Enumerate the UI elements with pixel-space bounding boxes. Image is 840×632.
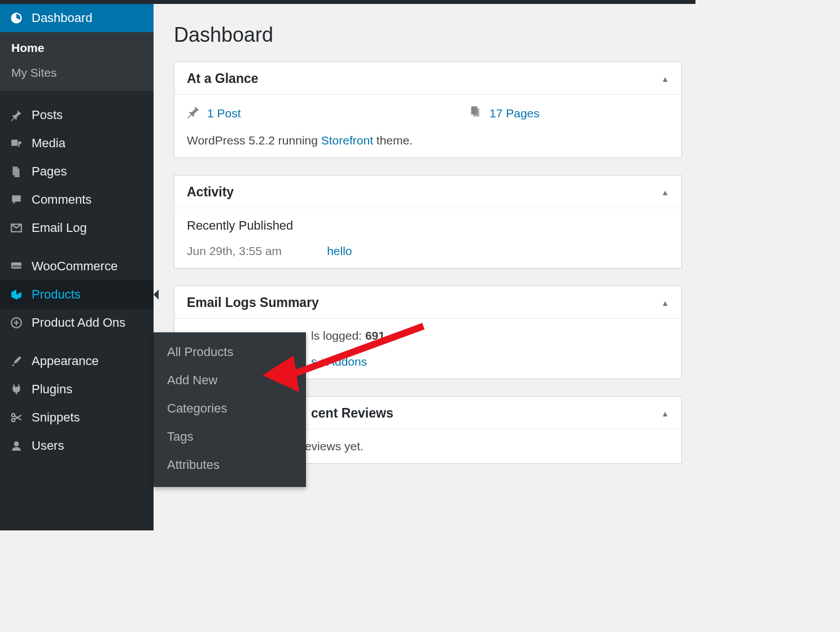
flyout-all-products[interactable]: All Products <box>154 338 306 366</box>
brush-icon <box>9 354 24 368</box>
sidebar-item-comments[interactable]: Comments <box>0 186 154 214</box>
sidebar-item-productaddons[interactable]: Product Add Ons <box>0 309 154 337</box>
sidebar-sub-mysites[interactable]: My Sites <box>0 60 154 85</box>
sidebar-item-plugins[interactable]: Plugins <box>0 375 154 403</box>
comments-icon <box>9 192 24 207</box>
glance-posts: 1 Post <box>187 105 435 121</box>
svg-point-5 <box>14 441 19 446</box>
sidebar-item-pages[interactable]: Pages <box>0 157 154 186</box>
plus-circle-icon <box>9 315 24 330</box>
panel-at-a-glance: At a Glance ▲ 1 Post 17 Pages <box>174 62 682 158</box>
sidebar-label: Appearance <box>32 354 99 368</box>
pin-icon <box>9 108 24 122</box>
sidebar-label: Pages <box>32 164 67 179</box>
panel-title: At a Glance <box>187 71 259 86</box>
sidebar-label: Users <box>32 438 64 453</box>
sidebar-label: Email Log <box>32 221 87 235</box>
sidebar-label: Posts <box>32 108 63 122</box>
sidebar-label: WooCommerce <box>32 259 117 274</box>
sidebar-item-products[interactable]: Products <box>0 280 154 309</box>
plugin-icon <box>9 382 24 397</box>
wp-version-text: WordPress 5.2.2 running Storefront theme… <box>187 134 669 147</box>
pages-icon <box>469 105 483 121</box>
sidebar-item-users[interactable]: Users <box>0 432 154 460</box>
sidebar-label: Comments <box>32 192 91 207</box>
theme-link[interactable]: Storefront <box>321 134 373 147</box>
panel-header[interactable]: Email Logs Summary ▲ <box>174 286 681 319</box>
collapse-toggle-icon[interactable]: ▲ <box>661 188 669 197</box>
activity-date: Jun 29th, 3:55 am <box>187 244 282 258</box>
flyout-categories[interactable]: Categories <box>154 394 306 423</box>
sidebar-item-posts[interactable]: Posts <box>0 101 154 129</box>
sidebar-item-snippets[interactable]: Snippets <box>0 403 154 432</box>
sidebar-label: Dashboard <box>32 11 93 25</box>
panel-title: Activity <box>187 185 234 200</box>
activity-post-link[interactable]: hello <box>327 244 352 258</box>
sidebar-label: Media <box>32 136 65 151</box>
glance-posts-link[interactable]: 1 Post <box>207 107 241 120</box>
sidebar-item-media[interactable]: Media <box>0 129 154 157</box>
svg-text:woo: woo <box>12 264 21 269</box>
sidebar-item-appearance[interactable]: Appearance <box>0 347 154 375</box>
pin-icon <box>187 105 200 121</box>
collapse-toggle-icon[interactable]: ▲ <box>661 299 669 308</box>
email-logs-settings-link[interactable]: s <box>311 355 317 368</box>
collapse-toggle-icon[interactable]: ▲ <box>661 74 669 84</box>
glance-pages-link[interactable]: 17 Pages <box>489 107 540 120</box>
sidebar-label: Products <box>32 287 81 302</box>
woocommerce-icon: woo <box>9 259 24 274</box>
email-icon <box>9 221 24 235</box>
email-logs-addons-link[interactable]: Addons <box>327 355 367 368</box>
sidebar-label: Snippets <box>32 410 80 425</box>
flyout-attributes[interactable]: Attributes <box>154 451 306 479</box>
admin-sidebar: Dashboard Home My Sites Posts Media Page… <box>0 4 154 530</box>
sidebar-item-emaillog[interactable]: Email Log <box>0 214 154 242</box>
flyout-tags[interactable]: Tags <box>154 423 306 451</box>
media-icon <box>9 136 24 151</box>
panel-title: Email Logs Summary <box>187 295 319 310</box>
user-icon <box>9 438 24 453</box>
activity-section-title: Recently Published <box>187 218 669 233</box>
scissors-icon <box>9 410 24 425</box>
dashboard-icon <box>9 11 24 25</box>
products-flyout-menu: All Products Add New Categories Tags Att… <box>154 332 306 487</box>
sidebar-sub-home[interactable]: Home <box>0 36 154 60</box>
sidebar-label: Plugins <box>32 382 72 397</box>
sidebar-submenu-dashboard: Home My Sites <box>0 32 154 91</box>
sidebar-item-dashboard[interactable]: Dashboard <box>0 4 154 32</box>
sidebar-item-woocommerce[interactable]: woo WooCommerce <box>0 252 154 280</box>
flyout-add-new[interactable]: Add New <box>154 366 306 394</box>
glance-pages: 17 Pages <box>469 105 540 121</box>
page-title: Dashboard <box>174 23 682 47</box>
panel-header[interactable]: At a Glance ▲ <box>174 62 681 95</box>
products-icon <box>9 287 24 302</box>
pages-icon <box>9 164 24 179</box>
panel-header[interactable]: Activity ▲ <box>174 175 681 208</box>
panel-activity: Activity ▲ Recently Published Jun 29th, … <box>174 175 682 269</box>
collapse-toggle-icon[interactable]: ▲ <box>661 409 669 418</box>
sidebar-label: Product Add Ons <box>32 315 125 330</box>
